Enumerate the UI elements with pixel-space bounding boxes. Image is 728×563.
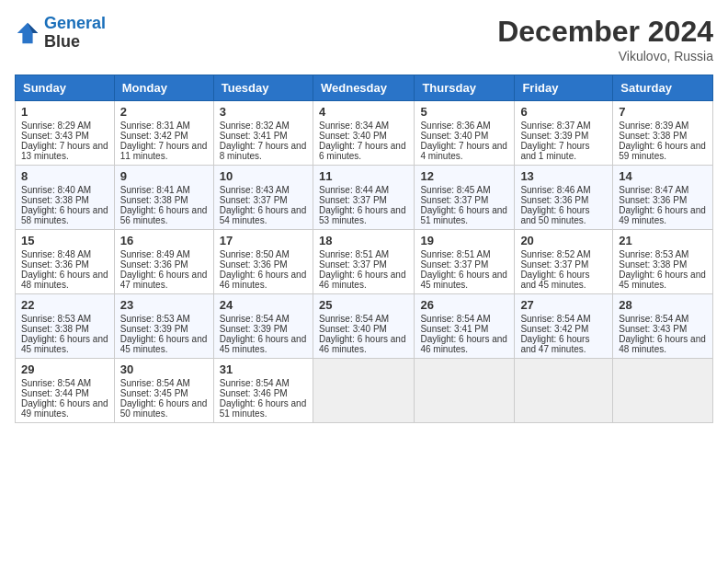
daylight-text: Daylight: 6 hours and 54 minutes. <box>220 205 307 225</box>
sunrise-text: Sunrise: 8:44 AM <box>319 185 389 195</box>
day-number: 12 <box>420 169 508 183</box>
calendar-cell: 13Sunrise: 8:46 AMSunset: 3:36 PMDayligh… <box>515 166 613 230</box>
day-number: 21 <box>619 234 707 247</box>
sunset-text: Sunset: 3:39 PM <box>120 324 188 334</box>
day-number: 14 <box>619 169 707 183</box>
weekday-header-monday: Monday <box>114 75 213 101</box>
sunset-text: Sunset: 3:38 PM <box>619 131 687 141</box>
weekday-header-wednesday: Wednesday <box>313 75 414 101</box>
calendar-cell: 19Sunrise: 8:51 AMSunset: 3:37 PMDayligh… <box>415 230 515 294</box>
sunset-text: Sunset: 3:40 PM <box>420 131 488 141</box>
daylight-text: Daylight: 6 hours and 46 minutes. <box>420 334 507 354</box>
daylight-text: Daylight: 6 hours and 50 minutes. <box>120 398 208 419</box>
week-row-1: 1Sunrise: 8:29 AMSunset: 3:43 PMDaylight… <box>16 101 713 166</box>
sunset-text: Sunset: 3:37 PM <box>220 195 288 205</box>
day-number: 3 <box>220 105 307 119</box>
daylight-text: Daylight: 6 hours and 50 minutes. <box>520 205 589 225</box>
daylight-text: Daylight: 6 hours and 45 minutes. <box>120 334 208 354</box>
calendar-cell: 1Sunrise: 8:29 AMSunset: 3:43 PMDaylight… <box>16 101 115 166</box>
daylight-text: Daylight: 6 hours and 51 minutes. <box>420 205 507 225</box>
sunset-text: Sunset: 3:36 PM <box>520 195 588 205</box>
sunrise-text: Sunrise: 8:54 AM <box>319 314 389 324</box>
calendar-cell <box>415 359 515 423</box>
daylight-text: Daylight: 7 hours and 4 minutes. <box>420 141 507 161</box>
week-row-4: 22Sunrise: 8:53 AMSunset: 3:38 PMDayligh… <box>16 294 713 359</box>
day-number: 17 <box>220 234 307 247</box>
sunset-text: Sunset: 3:45 PM <box>120 388 188 398</box>
daylight-text: Daylight: 7 hours and 11 minutes. <box>120 141 208 161</box>
day-number: 13 <box>520 169 607 183</box>
logo-icon <box>15 20 40 46</box>
sunrise-text: Sunrise: 8:54 AM <box>21 378 91 388</box>
daylight-text: Daylight: 7 hours and 13 minutes. <box>21 141 108 161</box>
sunset-text: Sunset: 3:36 PM <box>619 195 687 205</box>
sunset-text: Sunset: 3:38 PM <box>120 195 188 205</box>
weekday-header-sunday: Sunday <box>16 75 115 101</box>
day-number: 16 <box>120 234 208 247</box>
sunset-text: Sunset: 3:37 PM <box>319 195 387 205</box>
calendar-cell: 2Sunrise: 8:31 AMSunset: 3:42 PMDaylight… <box>114 101 213 166</box>
sunrise-text: Sunrise: 8:50 AM <box>220 249 290 259</box>
calendar-cell: 26Sunrise: 8:54 AMSunset: 3:41 PMDayligh… <box>415 294 515 359</box>
sunrise-text: Sunrise: 8:54 AM <box>220 314 290 324</box>
week-row-5: 29Sunrise: 8:54 AMSunset: 3:44 PMDayligh… <box>16 359 713 423</box>
weekday-header-saturday: Saturday <box>613 75 713 101</box>
calendar-cell: 4Sunrise: 8:34 AMSunset: 3:40 PMDaylight… <box>313 101 414 166</box>
calendar-cell: 9Sunrise: 8:41 AMSunset: 3:38 PMDaylight… <box>114 166 213 230</box>
calendar-cell <box>515 359 613 423</box>
daylight-text: Daylight: 6 hours and 48 minutes. <box>21 270 108 290</box>
sunset-text: Sunset: 3:36 PM <box>120 259 188 270</box>
sunrise-text: Sunrise: 8:40 AM <box>21 185 91 195</box>
calendar-cell: 23Sunrise: 8:53 AMSunset: 3:39 PMDayligh… <box>114 294 213 359</box>
sunset-text: Sunset: 3:38 PM <box>21 324 89 334</box>
calendar-cell: 24Sunrise: 8:54 AMSunset: 3:39 PMDayligh… <box>213 294 313 359</box>
daylight-text: Daylight: 6 hours and 53 minutes. <box>319 205 406 225</box>
week-row-2: 8Sunrise: 8:40 AMSunset: 3:38 PMDaylight… <box>16 166 713 230</box>
weekday-header-row: SundayMondayTuesdayWednesdayThursdayFrid… <box>16 75 713 101</box>
daylight-text: Daylight: 6 hours and 45 minutes. <box>220 334 307 354</box>
day-number: 6 <box>520 105 607 119</box>
calendar-cell: 29Sunrise: 8:54 AMSunset: 3:44 PMDayligh… <box>16 359 115 423</box>
sunrise-text: Sunrise: 8:31 AM <box>120 121 190 131</box>
location: Vikulovo, Russia <box>497 49 713 63</box>
sunrise-text: Sunrise: 8:37 AM <box>520 121 590 131</box>
week-row-3: 15Sunrise: 8:48 AMSunset: 3:36 PMDayligh… <box>16 230 713 294</box>
sunrise-text: Sunrise: 8:54 AM <box>220 378 290 388</box>
day-number: 2 <box>120 105 208 119</box>
day-number: 9 <box>120 169 208 183</box>
day-number: 31 <box>220 362 307 376</box>
daylight-text: Daylight: 6 hours and 47 minutes. <box>520 334 589 354</box>
sunrise-text: Sunrise: 8:46 AM <box>520 185 590 195</box>
daylight-text: Daylight: 7 hours and 8 minutes. <box>220 141 307 161</box>
sunrise-text: Sunrise: 8:43 AM <box>220 185 290 195</box>
sunrise-text: Sunrise: 8:32 AM <box>220 121 290 131</box>
sunset-text: Sunset: 3:37 PM <box>520 259 588 270</box>
sunrise-text: Sunrise: 8:29 AM <box>21 121 91 131</box>
day-number: 24 <box>220 298 307 312</box>
calendar-cell: 28Sunrise: 8:54 AMSunset: 3:43 PMDayligh… <box>613 294 713 359</box>
day-number: 25 <box>319 298 408 312</box>
sunset-text: Sunset: 3:37 PM <box>319 259 387 270</box>
sunset-text: Sunset: 3:46 PM <box>220 388 288 398</box>
calendar-cell: 3Sunrise: 8:32 AMSunset: 3:41 PMDaylight… <box>213 101 313 166</box>
daylight-text: Daylight: 6 hours and 56 minutes. <box>120 205 208 225</box>
sunrise-text: Sunrise: 8:39 AM <box>619 121 688 131</box>
calendar-cell <box>313 359 414 423</box>
daylight-text: Daylight: 6 hours and 46 minutes. <box>319 270 406 290</box>
sunrise-text: Sunrise: 8:51 AM <box>319 249 389 259</box>
sunset-text: Sunset: 3:38 PM <box>619 259 687 270</box>
sunrise-text: Sunrise: 8:34 AM <box>319 121 389 131</box>
sunrise-text: Sunrise: 8:45 AM <box>420 185 490 195</box>
sunrise-text: Sunrise: 8:53 AM <box>21 314 91 324</box>
calendar-cell: 12Sunrise: 8:45 AMSunset: 3:37 PMDayligh… <box>415 166 515 230</box>
sunset-text: Sunset: 3:43 PM <box>21 131 89 141</box>
title-block: December 2024 Vikulovo, Russia <box>497 15 713 63</box>
daylight-text: Daylight: 6 hours and 45 minutes. <box>21 334 108 354</box>
sunrise-text: Sunrise: 8:48 AM <box>21 249 91 259</box>
sunset-text: Sunset: 3:40 PM <box>319 324 387 334</box>
daylight-text: Daylight: 7 hours and 1 minute. <box>520 141 589 161</box>
day-number: 15 <box>21 234 108 247</box>
sunset-text: Sunset: 3:43 PM <box>619 324 687 334</box>
sunrise-text: Sunrise: 8:41 AM <box>120 185 190 195</box>
sunset-text: Sunset: 3:39 PM <box>520 131 588 141</box>
